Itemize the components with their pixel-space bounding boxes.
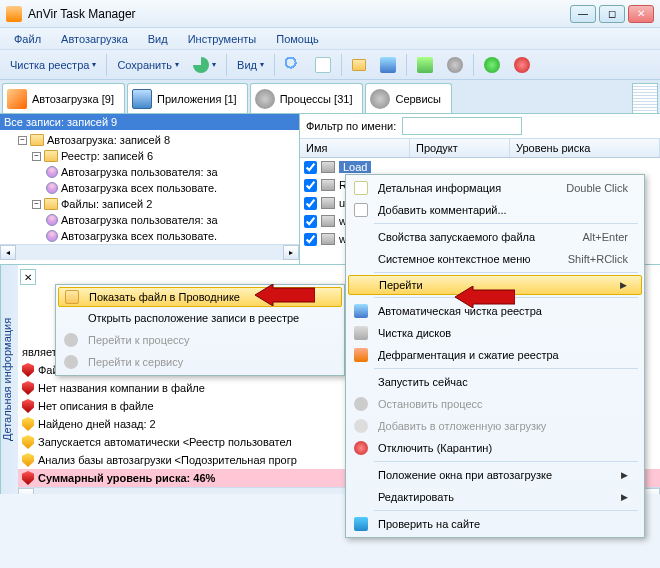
close-button[interactable]: ✕ [628,5,654,23]
maximize-button[interactable]: ◻ [599,5,625,23]
collapse-icon[interactable]: − [18,136,27,145]
gear-icon [64,333,78,347]
tab-autorun[interactable]: Автозагрузка [9] [2,83,125,113]
col-risk[interactable]: Уровень риска [510,139,660,157]
row-check[interactable] [304,197,317,210]
toolbar-add-icon[interactable] [478,54,506,76]
ctx-detail-info[interactable]: Детальная информацияDouble Click [348,177,642,199]
tree-node[interactable]: −Реестр: записей 6 [4,148,299,164]
col-name[interactable]: Имя [300,139,410,157]
shield-icon [22,417,34,431]
menu-autorun[interactable]: Автозагрузка [51,31,138,47]
ctx-disk-clean[interactable]: Чистка дисков [348,322,642,344]
shield-icon [22,435,34,449]
ctx-quarantine[interactable]: Отключить (Карантин) [348,437,642,459]
detail-sidetab[interactable]: Детальная информация [0,265,18,494]
minimize-button[interactable]: — [570,5,596,23]
ctx-add-delayed[interactable]: Добавить в отложенную загрузку [348,415,642,437]
process-icon [321,233,335,245]
tree-node[interactable]: Автозагрузка пользователя: за [4,212,299,228]
plus-icon [484,57,500,73]
folder-icon [44,198,58,210]
ctx-run-now[interactable]: Запустить сейчас [348,371,642,393]
filter-input[interactable] [402,117,522,135]
refresh-icon [193,57,209,73]
svg-marker-0 [255,284,315,306]
ctx-goto-service[interactable]: Перейти к сервису [58,351,342,373]
tab-label: Автозагрузка [9] [32,93,114,105]
collapse-icon[interactable]: − [32,152,41,161]
tree-node[interactable]: −Автозагрузка: записей 8 [4,132,299,148]
document-icon [315,57,331,73]
detail-close[interactable]: ✕ [20,269,36,285]
comment-icon [354,203,368,217]
row-check[interactable] [304,161,317,174]
ctx-open-registry-location[interactable]: Открыть расположение записи в реестре [58,307,342,329]
toolbar-remove-icon[interactable] [508,54,536,76]
ctx-defrag[interactable]: Дефрагментация и сжатие реестра [348,344,642,366]
tree-node[interactable]: Автозагрузка всех пользовате. [4,228,299,244]
submenu-arrow-icon: ▶ [620,280,627,290]
menu-tools[interactable]: Инструменты [178,31,267,47]
tree-node[interactable]: Автозагрузка пользователя: за [4,164,299,180]
shield-icon [22,453,34,467]
svg-marker-1 [455,286,515,308]
ctx-stop-process[interactable]: Остановить процесс [348,393,642,415]
ctx-add-comment[interactable]: Добавить комментарий... [348,199,642,221]
autorun-icon [7,89,27,109]
tab-services[interactable]: Сервисы [365,83,452,113]
document-icon [354,181,368,195]
submenu-arrow-icon: ▶ [621,492,628,502]
h-scrollbar[interactable]: ◂▸ [0,244,299,260]
shield-icon [22,381,34,395]
tree-node[interactable]: −Файлы: записей 2 [4,196,299,212]
search-icon [285,57,301,73]
ctx-check-online[interactable]: Проверить на сайте [348,513,642,535]
shield-icon [22,363,34,377]
window-title: AnVir Task Manager [28,7,570,21]
minus-icon [354,441,368,455]
menu-help[interactable]: Помощь [266,31,329,47]
toolbar-view[interactable]: Вид ▾ [231,56,270,74]
col-product[interactable]: Продукт [410,139,510,157]
process-icon [321,215,335,227]
menu-file[interactable]: Файл [4,31,51,47]
registry-icon [380,57,396,73]
ctx-window-position[interactable]: Положение окна при автозагрузке▶ [348,464,642,486]
gear-icon [447,57,463,73]
toolbar-reg-icon[interactable] [374,54,402,76]
process-icon [321,179,335,191]
user-icon [46,214,58,226]
toolbar-tree-icon[interactable] [411,54,439,76]
ctx-edit[interactable]: Редактировать▶ [348,486,642,508]
menu-view[interactable]: Вид [138,31,178,47]
processes-icon [255,89,275,109]
row-check[interactable] [304,179,317,192]
tree-pane: Все записи: записей 9 −Автозагрузка: зап… [0,114,300,264]
toolbar: Чистка реестра ▾ Сохранить ▾ ▾ Вид ▾ [0,50,660,80]
tab-label: Приложения [1] [157,93,237,105]
menu-bar: Файл Автозагрузка Вид Инструменты Помощь [0,28,660,50]
tree-root[interactable]: Все записи: записей 9 [0,114,299,130]
collapse-icon[interactable]: − [32,200,41,209]
minus-icon [514,57,530,73]
tab-apps[interactable]: Приложения [1] [127,83,248,113]
toolbar-gear-icon[interactable] [441,54,469,76]
toolbar-search-icon[interactable] [279,54,307,76]
tree-node[interactable]: Автозагрузка всех пользовате. [4,180,299,196]
toolbar-refresh[interactable]: ▾ [187,54,222,76]
toolbar-doc-icon[interactable] [309,54,337,76]
ctx-file-properties[interactable]: Свойства запускаемого файлаAlt+Enter [348,226,642,248]
ctx-goto-process[interactable]: Перейти к процессу [58,329,342,351]
tab-processes[interactable]: Процессы [31] [250,83,364,113]
toolbar-folder-icon[interactable] [346,56,372,74]
app-icon [6,6,22,22]
ctx-system-context[interactable]: Системное контекстное менюShift+RClick [348,248,642,270]
services-icon [370,89,390,109]
toolbar-save[interactable]: Сохранить ▾ [111,56,185,74]
notebook-icon[interactable] [632,83,658,113]
row-check[interactable] [304,233,317,246]
folder-icon [44,150,58,162]
row-check[interactable] [304,215,317,228]
toolbar-clean-registry[interactable]: Чистка реестра ▾ [4,56,102,74]
